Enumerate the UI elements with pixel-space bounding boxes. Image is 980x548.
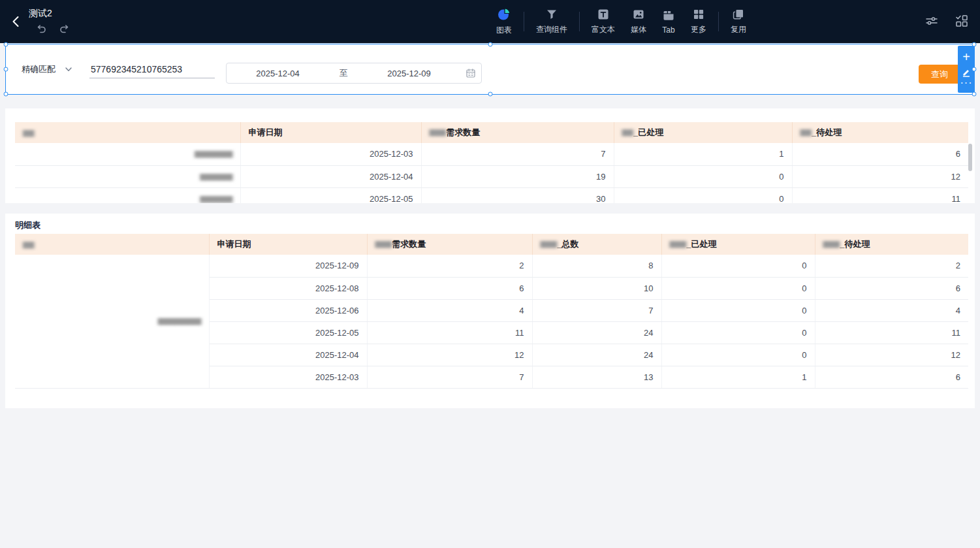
cell-processed: 0	[661, 321, 815, 344]
cell-name: ▇▇▇▇▇▇	[15, 187, 240, 203]
cell-processed: 0	[661, 255, 815, 277]
tool-richtext[interactable]: 富文本	[584, 8, 623, 35]
resize-handle-w[interactable]	[4, 67, 8, 72]
redo-button[interactable]	[59, 24, 71, 35]
date-range-separator: 至	[329, 67, 358, 79]
redacted-text: ▇▇▇	[823, 240, 840, 248]
cell-date: 2025-12-09	[209, 255, 367, 277]
cell-demand: 4	[367, 299, 532, 321]
cell-date: 2025-12-03	[209, 366, 367, 388]
date-start-value[interactable]: 2025-12-04	[227, 69, 329, 78]
component-manager-button[interactable]	[954, 13, 970, 29]
resize-handle-s[interactable]	[488, 92, 492, 97]
tool-chart-label: 图表	[496, 25, 512, 36]
cell-demand: 19	[421, 165, 614, 187]
detail-table-widget[interactable]: 明细表 ▇▇ 申请日期 ▇▇▇需求数量 ▇▇▇_总数 ▇▇▇_已处理 ▇▇▇_待…	[5, 214, 975, 408]
tool-more[interactable]: 更多	[683, 8, 714, 35]
query-panel-widget[interactable]: 精确匹配 2025-12-04 至 2025-12-09 查询 + ···	[5, 44, 975, 95]
summary-table-widget[interactable]: ▇▇ 申请日期 ▇▇▇需求数量 ▇▇_已处理 ▇▇_待处理 ▇▇▇▇▇▇▇ 20…	[5, 108, 975, 203]
filter-funnel-icon	[545, 8, 558, 21]
redacted-text: ▇▇▇▇▇▇	[200, 173, 232, 181]
calendar-icon	[466, 68, 476, 78]
col-header-apply-date: 申请日期	[240, 122, 421, 143]
col-header-name: ▇▇	[15, 234, 209, 255]
tool-chart[interactable]: 图表	[488, 7, 520, 36]
tool-reuse[interactable]: 复用	[723, 8, 754, 35]
redacted-text: ▇▇▇▇▇▇▇▇	[158, 317, 201, 325]
redacted-text: ▇▇▇	[670, 240, 686, 248]
resize-handle-ne[interactable]	[972, 42, 977, 47]
cell-processed: 1	[614, 143, 792, 165]
col-header-name: ▇▇	[15, 122, 240, 143]
cell-total: 8	[532, 255, 661, 277]
sliders-icon	[924, 13, 940, 29]
cell-demand: 7	[367, 366, 532, 388]
resize-handle-nw[interactable]	[4, 42, 8, 47]
copy-reuse-icon	[732, 8, 745, 21]
col-header-pending: ▇▇▇_待处理	[815, 234, 968, 255]
pencil-icon	[962, 68, 971, 77]
cell-demand: 30	[421, 187, 614, 203]
cell-pending: 11	[792, 187, 968, 203]
resize-handle-e[interactable]	[972, 67, 977, 72]
settings-sliders-button[interactable]	[924, 13, 940, 29]
more-widget-actions-button[interactable]: ···	[958, 78, 975, 88]
summary-table: ▇▇ 申请日期 ▇▇▇需求数量 ▇▇_已处理 ▇▇_待处理 ▇▇▇▇▇▇▇ 20…	[15, 122, 968, 203]
pie-chart-icon	[497, 7, 511, 22]
date-range-picker[interactable]: 2025-12-04 至 2025-12-09	[226, 63, 482, 84]
tool-query-widget[interactable]: 查询组件	[528, 8, 575, 35]
match-mode-select[interactable]: 精确匹配	[22, 63, 72, 75]
richtext-icon	[597, 8, 610, 21]
tool-tab-label: Tab	[662, 25, 674, 35]
topbar-right-actions	[924, 13, 970, 29]
redacted-text: ▇▇	[23, 241, 33, 249]
media-image-icon	[632, 8, 645, 21]
table-scrollbar-thumb[interactable]	[968, 144, 972, 171]
resize-handle-se[interactable]	[972, 92, 977, 97]
cell-date: 2025-12-06	[209, 299, 367, 321]
cell-total: 24	[532, 344, 661, 366]
date-end-value[interactable]: 2025-12-09	[358, 69, 460, 78]
detail-table: ▇▇ 申请日期 ▇▇▇需求数量 ▇▇▇_总数 ▇▇▇_已处理 ▇▇▇_待处理 ▇…	[15, 234, 968, 389]
cell-name: ▇▇▇▇▇▇	[15, 165, 240, 187]
add-condition-button[interactable]: +	[958, 50, 975, 63]
cell-merged-name: ▇▇▇▇▇▇▇▇	[15, 255, 209, 388]
cell-total: 24	[532, 321, 661, 344]
more-grid-icon	[692, 8, 705, 21]
col-header-processed: ▇▇▇_已处理	[661, 234, 815, 255]
cell-processed: 0	[614, 187, 792, 203]
tool-tab[interactable]: Tab	[654, 9, 683, 35]
cell-date: 2025-12-08	[209, 277, 367, 299]
undo-icon	[35, 24, 47, 35]
table-row: ▇▇▇▇▇▇ 2025-12-04 19 0 12	[15, 165, 968, 187]
undo-button[interactable]	[35, 24, 47, 35]
redacted-text: ▇▇▇▇▇▇▇	[195, 150, 232, 158]
table-header-row: ▇▇ 申请日期 ▇▇▇需求数量 ▇▇_已处理 ▇▇_待处理	[15, 122, 968, 143]
tool-media[interactable]: 媒体	[623, 8, 654, 35]
table-row: ▇▇▇▇▇▇ 2025-12-05 30 0 11	[15, 187, 968, 203]
cell-demand: 6	[367, 277, 532, 299]
col-header-demand-qty: ▇▇▇需求数量	[421, 122, 614, 143]
tab-widget-icon	[662, 9, 675, 22]
tool-richtext-label: 富文本	[592, 24, 615, 35]
table-row: ▇▇▇▇▇▇▇ 2025-12-03 7 1 6	[15, 143, 968, 165]
component-toolbar: 图表 查询组件 富文本 媒体 Tab 更多 复用	[488, 0, 754, 43]
grid-check-icon	[954, 13, 970, 29]
keyword-input[interactable]	[89, 60, 215, 78]
col-header-pending: ▇▇_待处理	[792, 122, 968, 143]
cell-total: 13	[532, 366, 661, 388]
resize-handle-sw[interactable]	[4, 92, 8, 97]
tool-query-widget-label: 查询组件	[536, 24, 567, 35]
back-button[interactable]	[9, 14, 24, 29]
redacted-text: ▇▇	[800, 129, 811, 137]
redo-icon	[59, 24, 71, 35]
resize-handle-n[interactable]	[488, 42, 492, 47]
cell-pending: 12	[815, 344, 968, 366]
table-row: ▇▇▇▇▇▇▇▇ 2025-12-09 2 8 0 2	[15, 255, 968, 277]
redacted-text: ▇▇	[622, 129, 633, 137]
search-button[interactable]: 查询	[919, 65, 960, 84]
calendar-icon-wrap	[460, 68, 481, 78]
cell-processed: 0	[661, 299, 815, 321]
redacted-text: ▇▇▇	[541, 240, 557, 248]
cell-pending: 6	[815, 277, 968, 299]
